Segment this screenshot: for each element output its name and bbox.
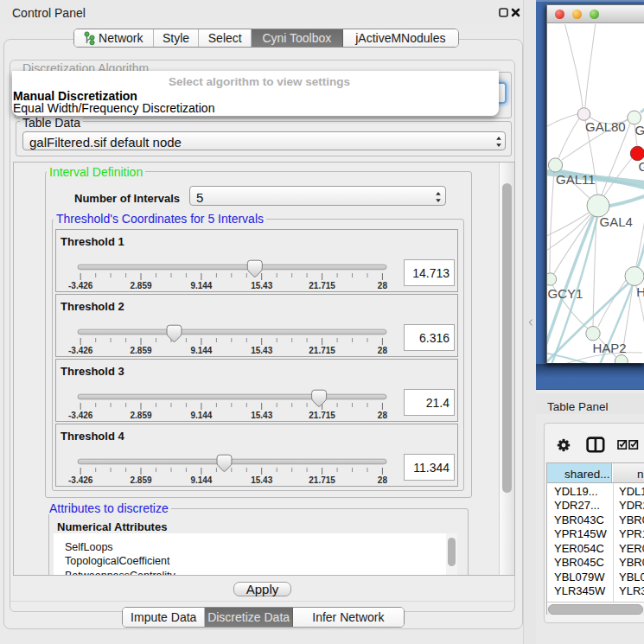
svg-text:9.144: 9.144	[190, 411, 212, 420]
svg-text:G: G	[639, 159, 644, 174]
svg-text:-3.426: -3.426	[68, 411, 93, 420]
svg-text:28: 28	[378, 281, 388, 290]
svg-text:15.43: 15.43	[251, 346, 272, 355]
svg-text:2.859: 2.859	[130, 346, 151, 355]
svg-text:15.43: 15.43	[251, 411, 272, 420]
svg-text:28: 28	[378, 411, 388, 420]
svg-text:21.715: 21.715	[309, 346, 335, 355]
svg-text:21.715: 21.715	[309, 281, 335, 290]
svg-text:21.715: 21.715	[309, 475, 335, 485]
svg-text:2.859: 2.859	[130, 475, 151, 485]
svg-text:-3.426: -3.426	[68, 475, 93, 485]
svg-text:GAL11: GAL11	[556, 172, 596, 187]
svg-text:9.144: 9.144	[190, 346, 212, 355]
svg-text:9.144: 9.144	[190, 281, 212, 290]
svg-text:G.: G.	[635, 123, 644, 137]
svg-text:GCY1: GCY1	[548, 286, 583, 301]
svg-text:21.715: 21.715	[309, 411, 335, 420]
svg-text:28: 28	[378, 475, 388, 485]
svg-text:GAL4: GAL4	[600, 214, 633, 229]
svg-text:2.859: 2.859	[130, 281, 151, 290]
svg-text:2.859: 2.859	[130, 411, 151, 420]
svg-text:9.144: 9.144	[190, 475, 212, 485]
svg-text:HAP2: HAP2	[593, 341, 627, 355]
svg-text:GAL80: GAL80	[585, 119, 626, 134]
svg-text:15.43: 15.43	[251, 281, 272, 290]
svg-text:28: 28	[378, 346, 388, 355]
svg-text:-3.426: -3.426	[68, 281, 93, 290]
svg-text:15.43: 15.43	[251, 475, 272, 485]
svg-text:-3.426: -3.426	[68, 346, 93, 355]
svg-text:H: H	[636, 284, 644, 299]
